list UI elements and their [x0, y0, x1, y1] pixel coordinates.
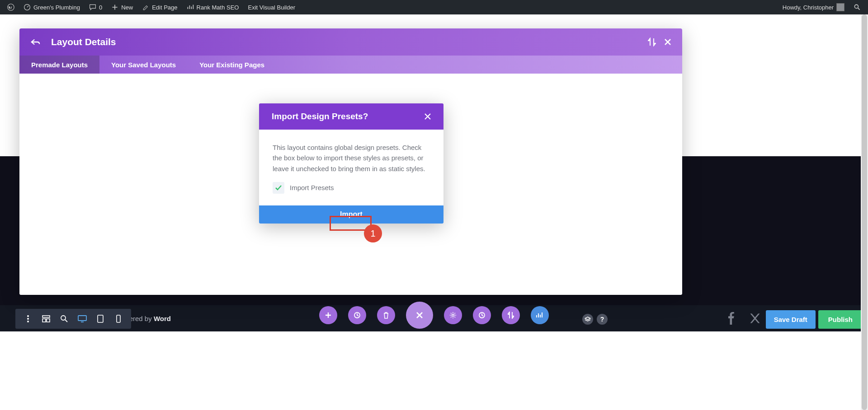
search-icon — [854, 4, 861, 11]
howdy-label: Howdy, Christopher — [783, 4, 834, 11]
desktop-view-button[interactable] — [73, 310, 91, 328]
edit-page-label: Edit Page — [152, 4, 177, 11]
publish-button[interactable]: Publish — [818, 310, 863, 329]
admin-bar-right: Howdy, Christopher — [779, 0, 864, 14]
tab-saved-label: Your Saved Layouts — [111, 61, 176, 69]
dialog-text: This layout contains global design prese… — [273, 142, 430, 174]
responsive-toolbar — [15, 309, 131, 329]
wordpress-icon — [7, 4, 14, 11]
tablet-view-button[interactable] — [91, 310, 109, 328]
dialog-body: This layout contains global design prese… — [259, 130, 443, 205]
chart-icon — [187, 4, 194, 11]
user-avatar — [836, 3, 844, 11]
annotation-number: 1 — [370, 228, 375, 239]
import-presets-label: Import Presets — [290, 182, 334, 193]
new-label: New — [121, 4, 133, 11]
svg-rect-14 — [78, 316, 86, 321]
svg-rect-10 — [42, 316, 50, 317]
panel-back-button[interactable] — [30, 38, 40, 46]
settings-gear-button[interactable] — [444, 306, 462, 324]
comments-count: 0 — [99, 4, 102, 11]
admin-bar-left: Green's Plumbing 0 New Edit Page Rank Ma… — [4, 0, 299, 14]
import-export-icon[interactable] — [648, 37, 656, 47]
new-content-link[interactable]: New — [108, 0, 137, 14]
dialog-close-icon[interactable] — [425, 113, 431, 120]
help-badge[interactable]: ? — [597, 314, 608, 325]
zoom-view-button[interactable] — [55, 310, 73, 328]
save-draft-label: Save Draft — [774, 316, 807, 323]
import-button-label: Import — [340, 210, 363, 219]
save-draft-button[interactable]: Save Draft — [766, 310, 816, 329]
builder-center-actions — [319, 302, 549, 329]
exit-vb-label: Exit Visual Builder — [248, 4, 295, 11]
panel-header: Layout Details — [19, 28, 682, 56]
rank-math-link[interactable]: Rank Math SEO — [183, 0, 243, 14]
panel-close-icon[interactable] — [664, 38, 671, 46]
import-button[interactable]: Import — [259, 205, 443, 224]
builder-bottom-bar: Save Draft Publish — [0, 305, 868, 331]
svg-point-18 — [452, 314, 454, 317]
svg-point-0 — [8, 4, 14, 10]
site-name-label: Green's Plumbing — [33, 4, 80, 11]
dialog-title: Import Design Presets? — [272, 112, 368, 121]
exit-visual-builder[interactable]: Exit Visual Builder — [244, 0, 299, 14]
comment-icon — [89, 4, 96, 11]
svg-rect-15 — [98, 315, 103, 322]
svg-rect-12 — [47, 319, 50, 322]
history-button[interactable] — [473, 306, 491, 324]
wireframe-view-button[interactable] — [37, 310, 55, 328]
toggle-builder-button[interactable] — [406, 302, 433, 329]
import-presets-checkbox[interactable] — [273, 182, 284, 194]
svg-point-9 — [27, 321, 29, 322]
svg-point-8 — [27, 318, 29, 320]
import-presets-dialog: Import Design Presets? This layout conta… — [259, 103, 443, 224]
svg-rect-11 — [42, 319, 46, 322]
page-settings-button[interactable] — [348, 306, 366, 324]
svg-point-2 — [854, 5, 858, 8]
panel-title: Layout Details — [51, 37, 640, 47]
panel-tabs: Premade Layouts Your Saved Layouts Your … — [19, 56, 682, 74]
tab-saved-layouts[interactable]: Your Saved Layouts — [99, 56, 188, 74]
rank-math-circle-button[interactable] — [531, 306, 549, 324]
import-presets-row: Import Presets — [273, 182, 430, 194]
phone-view-button[interactable] — [109, 310, 127, 328]
svg-point-13 — [61, 316, 66, 320]
svg-rect-16 — [117, 315, 120, 322]
page-scrollbar[interactable] — [861, 14, 868, 410]
page-scrollbar-thumb[interactable] — [862, 14, 867, 410]
edit-page-link[interactable]: Edit Page — [138, 0, 181, 14]
clear-layout-button[interactable] — [377, 306, 395, 324]
portability-button[interactable] — [502, 306, 520, 324]
wp-logo[interactable] — [4, 0, 18, 14]
builder-save-actions: Save Draft Publish — [766, 310, 863, 329]
pencil-icon — [142, 4, 149, 11]
howdy-user[interactable]: Howdy, Christopher — [779, 0, 848, 14]
site-name-link[interactable]: Green's Plumbing — [20, 0, 84, 14]
layers-badge[interactable] — [582, 314, 593, 325]
tab-premade-label: Premade Layouts — [31, 61, 88, 69]
tab-existing-pages[interactable]: Your Existing Pages — [188, 56, 276, 74]
svg-point-7 — [27, 315, 29, 317]
search-toggle[interactable] — [850, 0, 864, 14]
tab-premade-layouts[interactable]: Premade Layouts — [19, 56, 99, 74]
plus-icon — [111, 4, 118, 11]
help-badges: ? — [582, 314, 608, 325]
dashboard-icon — [24, 4, 31, 11]
check-icon — [275, 185, 282, 191]
annotation-badge: 1 — [364, 224, 382, 242]
add-section-button[interactable] — [319, 306, 337, 324]
dialog-header: Import Design Presets? — [259, 103, 443, 130]
publish-label: Publish — [828, 316, 853, 323]
menu-dots-button[interactable] — [19, 310, 37, 328]
wp-admin-bar: Green's Plumbing 0 New Edit Page Rank Ma… — [0, 0, 868, 14]
rank-math-label: Rank Math SEO — [197, 4, 239, 11]
comments-link[interactable]: 0 — [85, 0, 106, 14]
tab-existing-label: Your Existing Pages — [199, 61, 264, 69]
